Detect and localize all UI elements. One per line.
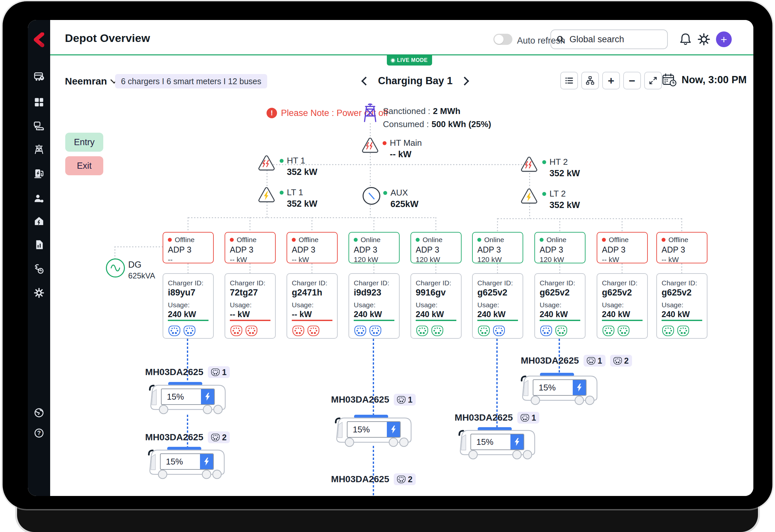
bus-label-row: MH03DA2625 1: [314, 394, 432, 406]
connector-badge: 1: [517, 412, 539, 424]
aux-node-icon[interactable]: [363, 187, 380, 205]
connector-line: [114, 246, 163, 247]
report-document-icon: [33, 239, 45, 250]
charger-status-card[interactable]: OfflineADP 3-- kW: [287, 232, 338, 263]
settings-gear-icon[interactable]: [697, 32, 711, 47]
users-icon: [33, 193, 45, 204]
charger-detail-card[interactable]: Charger ID:9916gvUsage:240 kW: [410, 273, 462, 339]
depot-selector[interactable]: Neemran: [65, 76, 117, 87]
status-dot: [292, 238, 296, 242]
charger-status-card[interactable]: OfflineADP 3-- kW: [656, 232, 708, 263]
globe-icon: [33, 407, 45, 418]
search-input[interactable]: [569, 34, 662, 45]
ht1-node-icon[interactable]: [258, 155, 275, 171]
connector-line: [267, 202, 268, 218]
sidebar-item-fleet[interactable]: [28, 69, 50, 84]
brand-logo-icon[interactable]: [32, 32, 46, 48]
charger-detail-card[interactable]: Charger ID:i89yu7Usage:240 kW: [162, 273, 214, 339]
dg-node-icon[interactable]: [106, 258, 125, 277]
status-dot: [539, 238, 543, 242]
global-search[interactable]: [550, 29, 668, 49]
charger-status-card[interactable]: OfflineADP 3-- kW: [225, 232, 276, 263]
ev-connector-icon: [231, 326, 242, 336]
time-picker[interactable]: Now, 3:00 PM: [662, 72, 747, 87]
sidebar-item-language[interactable]: [28, 406, 50, 420]
bus-label-row: MH03DA2625 1: [438, 412, 556, 424]
hierarchy-view-button[interactable]: [581, 72, 599, 89]
sidebar-item-grid-supply[interactable]: [28, 142, 50, 157]
bus-registration: MH03DA2625: [520, 355, 578, 366]
zoom-in-button[interactable]: +: [602, 72, 620, 89]
charger-status-card[interactable]: OnlineADP 3120 kW: [534, 232, 586, 263]
sidebar-item-dashboard[interactable]: [28, 95, 50, 109]
connector-line: [312, 217, 312, 232]
ev-connector-icon: [493, 326, 505, 336]
ev-connector-icon: [369, 326, 381, 336]
transmission-tower-icon: [33, 144, 45, 155]
charger-status-card[interactable]: OnlineADP 3120 kW: [472, 232, 523, 263]
ev-connector-icon: [540, 326, 552, 336]
toggle-knob: [494, 35, 503, 44]
soc-indicator: 15%: [161, 389, 215, 405]
ev-connector-icon: [478, 326, 490, 336]
soc-indicator: 15%: [470, 434, 524, 450]
prev-bay-chevron-icon[interactable]: [361, 77, 370, 85]
charger-status-card[interactable]: OfflineADP 3-- kW: [597, 232, 648, 263]
entry-button[interactable]: Entry: [65, 133, 103, 152]
sidebar-item-help[interactable]: ?: [28, 426, 50, 440]
bus-card: 15%: [145, 447, 228, 480]
charger-detail-card[interactable]: Charger ID:g2471hUsage:-- kW: [287, 273, 338, 339]
connector-row: [539, 320, 580, 338]
ht-main-node-icon[interactable]: [362, 137, 379, 153]
bus-registration: MH03DA2625: [455, 412, 513, 423]
next-bay-chevron-icon[interactable]: [460, 77, 469, 85]
tablet-frame: ? Depot Overview Auto refresh + LIVE MOD…: [3, 1, 772, 509]
lt1-node-icon[interactable]: [258, 187, 275, 202]
sidebar-item-chargers[interactable]: [28, 166, 50, 181]
charger-detail-card[interactable]: Charger ID:g625v2Usage:240 kW: [597, 273, 648, 339]
charger-detail-card[interactable]: Charger ID:g625v2Usage:240 kW: [656, 273, 708, 339]
charger-detail-card[interactable]: Charger ID:g625v2Usage:240 kW: [534, 273, 586, 339]
connector-badge: 2: [394, 473, 416, 485]
notifications-bell-icon[interactable]: [678, 32, 693, 47]
bus-card: 15%: [332, 415, 414, 447]
view-toolbar: + −: [560, 72, 662, 89]
ht2-node-icon[interactable]: [520, 156, 538, 172]
connector-line: [435, 217, 436, 232]
plug-icon: [211, 434, 220, 441]
sidebar-item-depot-energy[interactable]: [28, 214, 50, 228]
charger-detail-card[interactable]: Charger ID:g625v2Usage:240 kW: [472, 273, 523, 339]
vehicles-icon: [33, 120, 45, 131]
bus-card: 15%: [146, 382, 229, 415]
status-dot: [280, 191, 284, 195]
auto-refresh-toggle[interactable]: [493, 34, 512, 45]
consumed-value: 500 kWh (25%): [431, 119, 491, 129]
sidebar-item-vehicles[interactable]: [28, 119, 50, 133]
sanctioned-label: Sanctioned :: [383, 106, 430, 116]
connector-badge: 1: [584, 355, 606, 367]
grid-tower-icon: [362, 104, 378, 123]
sidebar-item-reports[interactable]: [28, 237, 50, 252]
sidebar-item-maintenance[interactable]: [28, 262, 50, 276]
bus-card: 15%: [518, 373, 600, 406]
fullscreen-button[interactable]: [644, 72, 662, 89]
sidebar-item-users[interactable]: [28, 191, 50, 206]
charger-detail-card[interactable]: Charger ID:72tg27Usage:-- kW: [225, 273, 276, 339]
sine-wave-icon: [109, 261, 122, 275]
connector-line: [529, 203, 530, 219]
charger-status-card[interactable]: OfflineADP 3--: [162, 232, 214, 263]
exit-button[interactable]: Exit: [65, 156, 103, 175]
charger-status-card[interactable]: OnlineADP 3120 kW: [410, 232, 462, 263]
connector-line: [250, 217, 251, 232]
status-dot: [416, 238, 420, 242]
charger-detail-card[interactable]: Charger ID:i9d923Usage:240 kW: [349, 273, 400, 339]
connector-line: [622, 263, 623, 273]
ev-connector-icon: [416, 326, 428, 336]
list-view-button[interactable]: [560, 72, 578, 89]
connector-badge: 2: [610, 355, 632, 367]
lt2-node-icon[interactable]: [520, 188, 538, 204]
zoom-out-button[interactable]: −: [623, 72, 641, 89]
charger-status-card[interactable]: OnlineADP 3120 kW: [349, 232, 400, 263]
add-button[interactable]: +: [716, 31, 732, 47]
sidebar-item-settings[interactable]: [28, 286, 50, 300]
